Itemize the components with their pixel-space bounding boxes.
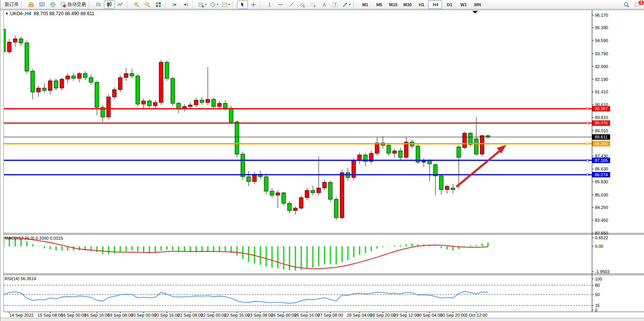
line-handle[interactable] — [586, 174, 588, 175]
chat-button[interactable]: 1 — [632, 0, 643, 9]
macd-tick-label: 0.00 — [595, 244, 603, 249]
candle-body — [276, 193, 280, 195]
macd-histogram-bar — [155, 246, 156, 253]
macd-histogram-bar — [196, 246, 197, 252]
arrows-button-dropdown-icon[interactable]: ▾ — [349, 3, 351, 6]
time-tick-label: 20 Sep 16:00 — [154, 313, 179, 317]
line-handle[interactable] — [586, 122, 588, 124]
macd-histogram-bar — [365, 246, 366, 253]
tf-h1-button[interactable]: H1 — [414, 0, 428, 9]
cursor-button[interactable] — [237, 0, 248, 9]
candle-body — [317, 188, 321, 193]
macd-histogram-bar — [38, 246, 39, 247]
tf-w1-button[interactable]: W1 — [456, 0, 470, 9]
vertical-line-button[interactable] — [264, 0, 275, 9]
macd-histogram-bar — [32, 244, 33, 246]
trendline-button[interactable] — [286, 0, 297, 9]
chart-background — [0, 9, 644, 321]
tf-mn-button[interactable]: MN — [470, 0, 484, 9]
candle-body — [48, 81, 52, 91]
price-tick-label: 95.390 — [595, 25, 608, 30]
time-tick-label: 27 Sep 08:00 — [318, 313, 343, 317]
zoom-out-button[interactable] — [142, 0, 153, 9]
candle-chart-type-button[interactable] — [104, 0, 115, 9]
line-chart-type-button[interactable] — [115, 0, 126, 9]
chart-canvas[interactable]: 96.17095.39094.59093.79092.99092.19091.4… — [0, 9, 644, 321]
candle-body — [270, 191, 274, 195]
tile-windows-button[interactable] — [153, 0, 164, 9]
line-handle[interactable] — [586, 143, 588, 145]
auto-trading-button-label: 自动交易 — [67, 1, 86, 8]
line-handle[interactable] — [586, 108, 588, 110]
symbol-name: UKOil-,H4 — [10, 11, 31, 16]
arrows-button[interactable]: ▾ — [340, 0, 352, 9]
candle-body — [188, 105, 192, 107]
chart-properties-button-dropdown-icon[interactable]: ▾ — [228, 3, 230, 6]
text-button[interactable]: A — [319, 0, 330, 9]
price-tick-label: 92.990 — [595, 64, 608, 69]
candle-body — [194, 100, 198, 105]
candle-body — [7, 42, 11, 52]
indicators-button-dropdown-icon[interactable]: ▾ — [205, 3, 207, 6]
chart-shift-button[interactable] — [180, 0, 191, 9]
tf-h4-button[interactable]: H4 — [428, 0, 442, 9]
macd-histogram-bar — [172, 246, 174, 250]
periods-button-dropdown-icon[interactable]: ▾ — [217, 3, 218, 6]
bar-chart-type-button[interactable] — [93, 0, 104, 9]
price-tick-label: 89.010 — [595, 128, 608, 133]
macd-histogram-bar — [406, 244, 407, 246]
candle-body — [89, 77, 93, 82]
cursor-icon — [239, 2, 246, 8]
auto-trading-button[interactable]: 自动交易 — [58, 0, 88, 9]
candle-body — [323, 182, 326, 188]
tf-m5-button[interactable]: M5 — [372, 0, 386, 9]
tf-d1-button[interactable]: D1 — [442, 0, 456, 9]
candle-body — [212, 99, 216, 107]
candle-body — [334, 199, 338, 218]
candle-body — [486, 135, 490, 137]
auto-scroll-button[interactable] — [169, 0, 180, 9]
time-tick-label: 21 Sep 08:00 — [177, 313, 203, 317]
chart-properties-button[interactable]: ▾ — [220, 0, 232, 9]
candle-body — [107, 97, 111, 117]
macd-histogram-bar — [120, 246, 121, 253]
tf-m30-button[interactable]: M30 — [400, 0, 414, 9]
market-watch-icon[interactable] — [26, 0, 37, 9]
periods-button[interactable]: ▾ — [208, 0, 220, 9]
candle-body — [13, 39, 17, 42]
terminal-window-icon[interactable] — [37, 0, 47, 9]
chart-symbol-label[interactable]: ▼UKOil-,H4 88.705 88.720 88.490 88.611 — [5, 11, 95, 16]
line-handle[interactable] — [586, 160, 588, 161]
rsi-tick-label: 15 — [595, 303, 600, 308]
hline-icon — [277, 2, 284, 8]
candle-body — [229, 108, 233, 122]
monitor-icon — [39, 2, 45, 8]
chart-window[interactable]: ▼UKOil-,H4 88.705 88.720 88.490 88.611 M… — [0, 9, 644, 321]
price-badge-label: 87.165 — [595, 158, 608, 163]
signals-icon[interactable] — [47, 0, 58, 9]
zoom-in-button[interactable] — [131, 0, 142, 9]
macd-histogram-bar — [213, 246, 214, 252]
crosshair-button[interactable] — [248, 0, 259, 9]
price-tick-label: 85.830 — [595, 179, 608, 184]
fibonacci-button[interactable]: F — [308, 0, 319, 9]
price-tick-label: 93.790 — [595, 51, 608, 56]
toolbar-separator — [353, 1, 356, 8]
linech-icon — [117, 2, 123, 8]
macd-histogram-bar — [470, 246, 471, 246]
search-button[interactable] — [621, 0, 632, 9]
candle-body — [375, 143, 379, 153]
text-label-button[interactable]: T — [330, 0, 340, 9]
candle-body — [241, 154, 245, 177]
tf-m15-button[interactable]: M15 — [386, 0, 400, 9]
toolbar-separator — [233, 1, 235, 8]
equidistant-channel-button[interactable]: E — [297, 0, 308, 9]
macd-histogram-bar — [237, 246, 238, 255]
tf-m1-button[interactable]: M1 — [358, 0, 372, 9]
macd-histogram-bar — [394, 246, 395, 246]
horizontal-line-button[interactable] — [275, 0, 286, 9]
macd-histogram-bar — [137, 246, 139, 251]
new-order-button[interactable]: 新订单 — [2, 0, 20, 9]
symbol-dropdown-icon[interactable]: ▼ — [5, 12, 9, 16]
indicators-button[interactable]: ▾ — [197, 0, 208, 9]
